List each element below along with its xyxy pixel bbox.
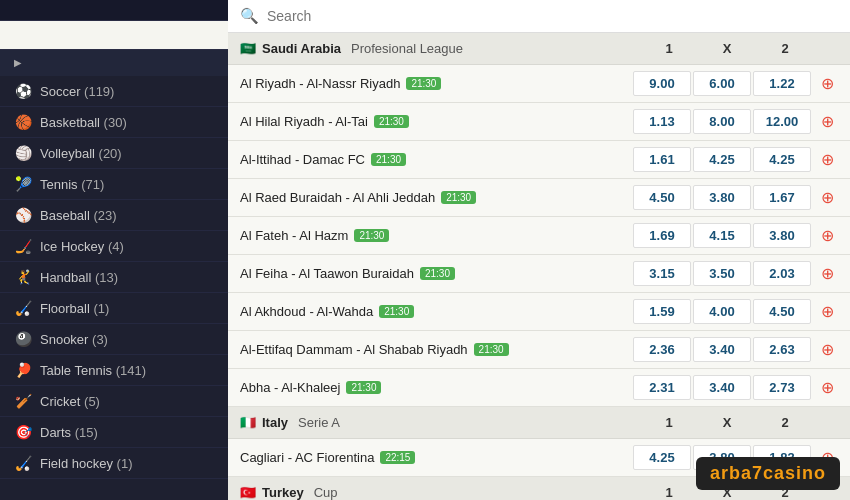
sidebar-item-table-tennis[interactable]: 🏓 Table Tennis (141) (0, 355, 228, 386)
sidebar-item-darts[interactable]: 🎯 Darts (15) (0, 417, 228, 448)
odd-2[interactable]: 1.67 (753, 185, 811, 210)
match-row: Al Hilal Riyadh - Al-Tai 21:30 1.13 8.00… (228, 103, 850, 141)
odd-1[interactable]: 1.61 (633, 147, 691, 172)
match-row: Al Raed Buraidah - Al Ahli Jeddah 21:30 … (228, 179, 850, 217)
league-header-saudi: 🇸🇦 Saudi Arabia Profesional League 1 X 2 (228, 33, 850, 65)
league-competition: Cup (314, 485, 338, 500)
match-info: Abha - Al-Khaleej 21:30 (240, 380, 632, 395)
sidebar-item-floorball[interactable]: 🏑 Floorball (1) (0, 293, 228, 324)
match-teams: Al Fateh - Al Hazm (240, 228, 348, 243)
sidebar-item-tennis[interactable]: 🎾 Tennis (71) (0, 169, 228, 200)
odd-1[interactable]: 2.31 (633, 375, 691, 400)
sidebar-item-basketball[interactable]: 🏀 Basketball (30) (0, 107, 228, 138)
odd-2[interactable]: 2.03 (753, 261, 811, 286)
volleyball-icon: 🏐 (14, 145, 32, 161)
odd-x[interactable]: 4.00 (693, 299, 751, 324)
sidebar-item-snooker[interactable]: 🎱 Snooker (3) (0, 324, 228, 355)
odd-x[interactable]: 6.00 (693, 71, 751, 96)
odds-group: 2.31 3.40 2.73 (632, 375, 812, 400)
odd-x[interactable]: 3.50 (693, 261, 751, 286)
sport-label: Volleyball (20) (40, 146, 122, 161)
search-input[interactable] (267, 8, 838, 24)
match-info: Al Feiha - Al Taawon Buraidah 21:30 (240, 266, 632, 281)
add-bet-button[interactable]: ⊕ (816, 74, 838, 93)
match-info: Al Riyadh - Al-Nassr Riyadh 21:30 (240, 76, 632, 91)
match-teams: Al Raed Buraidah - Al Ahli Jeddah (240, 190, 435, 205)
odd-1[interactable]: 2.36 (633, 337, 691, 362)
odd-x[interactable]: 3.40 (693, 337, 751, 362)
odds-group: 1.13 8.00 12.00 (632, 109, 812, 134)
odd-2[interactable]: 2.73 (753, 375, 811, 400)
add-bet-button[interactable]: ⊕ (816, 226, 838, 245)
match-row: Al Fateh - Al Hazm 21:30 1.69 4.15 3.80 … (228, 217, 850, 255)
match-teams: Al Hilal Riyadh - Al-Tai (240, 114, 368, 129)
odd-1[interactable]: 1.59 (633, 299, 691, 324)
odd-1[interactable]: 1.13 (633, 109, 691, 134)
sport-label: Darts (15) (40, 425, 98, 440)
add-bet-button[interactable]: ⊕ (816, 302, 838, 321)
odd-1[interactable]: 4.50 (633, 185, 691, 210)
add-bet-button[interactable]: ⊕ (816, 378, 838, 397)
odds-group: 1.61 4.25 4.25 (632, 147, 812, 172)
col-header-x: X (698, 415, 756, 430)
odd-2[interactable]: 1.22 (753, 71, 811, 96)
match-teams: Al Akhdoud - Al-Wahda (240, 304, 373, 319)
col-header-x: X (698, 41, 756, 56)
odd-2[interactable]: 4.25 (753, 147, 811, 172)
add-bet-button[interactable]: ⊕ (816, 264, 838, 283)
sidebar-item-handball[interactable]: 🤾 Handball (13) (0, 262, 228, 293)
odd-1[interactable]: 9.00 (633, 71, 691, 96)
odd-2[interactable]: 2.63 (753, 337, 811, 362)
col-header-1: 1 (640, 41, 698, 56)
match-info: Cagliari - AC Fiorentina 22:15 (240, 450, 632, 465)
match-info: Al Akhdoud - Al-Wahda 21:30 (240, 304, 632, 319)
match-teams: Al-Ettifaq Dammam - Al Shabab Riyadh (240, 342, 468, 357)
match-row: Al Feiha - Al Taawon Buraidah 21:30 3.15… (228, 255, 850, 293)
sidebar-item-field-hockey[interactable]: 🏑 Field hockey (1) (0, 448, 228, 479)
odd-x[interactable]: 8.00 (693, 109, 751, 134)
sport-label: Floorball (1) (40, 301, 109, 316)
sidebar-item-baseball[interactable]: ⚾ Baseball (23) (0, 200, 228, 231)
odds-group: 4.50 3.80 1.67 (632, 185, 812, 210)
sport-label: Snooker (3) (40, 332, 108, 347)
odd-2[interactable]: 3.80 (753, 223, 811, 248)
league-competition: Serie A (298, 415, 340, 430)
sidebar-item-cricket[interactable]: 🏏 Cricket (5) (0, 386, 228, 417)
odd-x[interactable]: 4.15 (693, 223, 751, 248)
sidebar-item-soccer[interactable]: ⚽ Soccer (119) (0, 76, 228, 107)
sport-label: Table Tennis (141) (40, 363, 146, 378)
league-competition: Profesional League (351, 41, 463, 56)
casino-logo: arba7casino (696, 457, 840, 490)
match-row: Al-Ettifaq Dammam - Al Shabab Riyadh 21:… (228, 331, 850, 369)
odd-x[interactable]: 3.80 (693, 185, 751, 210)
match-time: 21:30 (354, 229, 389, 242)
add-bet-button[interactable]: ⊕ (816, 150, 838, 169)
sidebar-item-ice-hockey[interactable]: 🏒 Ice Hockey (4) (0, 231, 228, 262)
odd-1[interactable]: 3.15 (633, 261, 691, 286)
match-info: Al-Ittihad - Damac FC 21:30 (240, 152, 632, 167)
odds-group: 1.69 4.15 3.80 (632, 223, 812, 248)
odd-2[interactable]: 4.50 (753, 299, 811, 324)
odd-x[interactable]: 4.25 (693, 147, 751, 172)
odd-x[interactable]: 3.40 (693, 375, 751, 400)
odd-1[interactable]: 1.69 (633, 223, 691, 248)
odd-2[interactable]: 12.00 (753, 109, 811, 134)
match-info: Al Raed Buraidah - Al Ahli Jeddah 21:30 (240, 190, 632, 205)
league-flag: 🇸🇦 (240, 41, 256, 56)
add-bet-button[interactable]: ⊕ (816, 112, 838, 131)
match-row: Al Akhdoud - Al-Wahda 21:30 1.59 4.00 4.… (228, 293, 850, 331)
sports-section-header[interactable] (0, 49, 228, 76)
sidebar-item-volleyball[interactable]: 🏐 Volleyball (20) (0, 138, 228, 169)
odd-1[interactable]: 4.25 (633, 445, 691, 470)
main-content: 🔍 🇸🇦 Saudi Arabia Profesional League 1 X… (228, 0, 850, 500)
ice-hockey-icon: 🏒 (14, 238, 32, 254)
match-time: 21:30 (379, 305, 414, 318)
sport-label: Soccer (119) (40, 84, 114, 99)
add-bet-button[interactable]: ⊕ (816, 188, 838, 207)
search-bar: 🔍 (228, 0, 850, 33)
sport-label: Basketball (30) (40, 115, 127, 130)
add-bet-button[interactable]: ⊕ (816, 340, 838, 359)
match-time: 21:30 (374, 115, 409, 128)
darts-icon: 🎯 (14, 424, 32, 440)
match-time: 21:30 (371, 153, 406, 166)
